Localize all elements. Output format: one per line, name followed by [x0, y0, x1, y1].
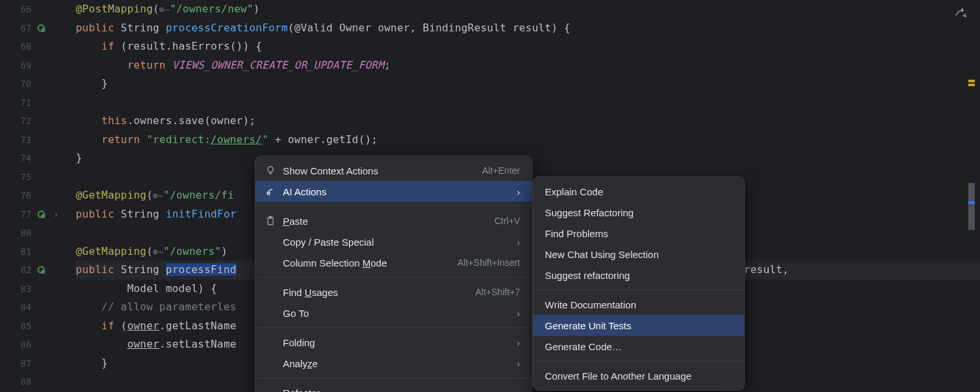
gutter-line: 86 — [0, 335, 47, 354]
shortcut-label: Alt+Shift+Insert — [457, 257, 520, 268]
svg-point-9 — [267, 192, 270, 195]
gutter-line: 70 — [0, 74, 47, 93]
submenu-item-explain-code[interactable]: Explain Code — [533, 181, 744, 202]
submenu-item-generate-unit-tests[interactable]: Generate Unit Tests — [533, 315, 744, 336]
menu-label: AI Actions — [283, 186, 509, 197]
menu-separator — [533, 289, 744, 290]
menu-label: Paste — [283, 216, 495, 227]
menu-item-copy-paste-special[interactable]: Copy / Paste Special› — [255, 231, 532, 252]
web-icon[interactable] — [35, 264, 47, 276]
gutter-line: 74 — [0, 149, 47, 168]
menu-item-folding[interactable]: Folding› — [255, 332, 532, 353]
shortcut-label: Alt+Shift+7 — [476, 287, 521, 297]
bulb-icon — [263, 165, 278, 176]
gutter-line: 75 — [0, 168, 47, 187]
clipboard-icon — [263, 216, 278, 226]
gutter-line: 67 — [0, 19, 47, 38]
menu-item-ai-actions[interactable]: AI Actions› — [255, 181, 532, 202]
menu-label: Find Usages — [283, 287, 476, 298]
gutter-line: 76 — [0, 186, 47, 205]
scroll-mark[interactable] — [968, 183, 975, 230]
menu-label: Refactor — [283, 387, 509, 393]
submenu-item-generate-code[interactable]: Generate Code… — [533, 336, 744, 357]
menu-item-refactor[interactable]: Refactor› — [255, 382, 532, 392]
gutter-line: 69 — [0, 56, 47, 75]
gutter-line: 88 — [0, 372, 47, 391]
svg-point-2 — [41, 28, 45, 32]
ai-assistant-icon[interactable] — [954, 5, 968, 22]
shortcut-label: Alt+Enter — [482, 165, 520, 176]
gutter-line: 73 — [0, 131, 47, 150]
web-icon[interactable] — [35, 22, 47, 34]
menu-separator — [255, 327, 532, 328]
gutter-line: 84 — [0, 298, 47, 317]
submenu-item-suggest-refactoring[interactable]: Suggest Refactoring — [533, 202, 744, 223]
gutter-line: 77› — [0, 205, 47, 224]
svg-point-5 — [41, 214, 45, 218]
gutter: 666768697071727374757677›808182838485868… — [0, 0, 52, 392]
submenu-item-write-documentation[interactable]: Write Documentation — [533, 294, 744, 315]
chevron-right-icon: › — [517, 358, 520, 369]
code-line[interactable]: @PostMapping(⊕~"/owners/new") — [76, 0, 980, 19]
menu-label: Folding — [283, 337, 509, 348]
submenu-item-find-problems[interactable]: Find Problems — [533, 223, 744, 244]
gutter-line: 87 — [0, 354, 47, 373]
gutter-line: 81 — [0, 242, 47, 261]
menu-item-find-usages[interactable]: Find UsagesAlt+Shift+7 — [255, 282, 532, 302]
svg-point-8 — [41, 270, 45, 274]
menu-item-column-selection-mode[interactable]: Column Selection ModeAlt+Shift+Insert — [255, 252, 532, 273]
submenu-item-suggest-refactoring[interactable]: Suggest refactoring — [533, 265, 744, 286]
gutter-line: 66 — [0, 0, 47, 19]
gutter-line: 80 — [0, 223, 47, 242]
menu-label: Go To — [283, 308, 509, 319]
menu-separator — [255, 277, 532, 278]
gutter-line: 85 — [0, 317, 47, 336]
code-line[interactable]: if (result.hasErrors()) { — [76, 37, 980, 56]
menu-separator — [255, 378, 532, 378]
scroll-mark[interactable] — [968, 80, 975, 82]
menu-label: Find Problems — [545, 228, 732, 239]
submenu-item-new-chat-using-selection[interactable]: New Chat Using Selection — [533, 244, 744, 265]
scrollbar[interactable] — [967, 0, 976, 392]
chevron-right-icon: › — [517, 387, 520, 393]
ai-icon — [263, 186, 278, 197]
menu-label: Generate Code… — [545, 341, 732, 352]
chevron-right-icon: › — [517, 237, 520, 248]
menu-label: Suggest Refactoring — [545, 207, 732, 218]
chevron-right-icon: › — [517, 337, 520, 348]
context-menu: Show Context ActionsAlt+EnterAI Actions›… — [255, 155, 532, 392]
menu-label: Copy / Paste Special — [283, 237, 509, 248]
code-line[interactable]: public String processCreationForm(@Valid… — [76, 19, 980, 38]
chevron-right-icon: › — [517, 186, 520, 197]
gutter-line: 72 — [0, 112, 47, 131]
chevron-right-icon: › — [517, 308, 520, 319]
menu-label: Write Documentation — [545, 299, 732, 310]
code-line[interactable]: this.owners.save(owner); — [76, 112, 980, 131]
menu-item-show-context-actions[interactable]: Show Context ActionsAlt+Enter — [255, 160, 532, 181]
code-line[interactable]: } — [76, 74, 980, 93]
menu-label: Column Selection Mode — [283, 257, 457, 269]
menu-label: Analyze — [283, 358, 509, 369]
code-line[interactable]: return VIEWS_OWNER_CREATE_OR_UPDATE_FORM… — [76, 56, 980, 75]
gutter-line: 82 — [0, 261, 47, 280]
menu-label: Explain Code — [545, 186, 732, 197]
scroll-mark[interactable] — [968, 201, 975, 204]
menu-item-analyze[interactable]: Analyze› — [255, 353, 532, 374]
gutter-line: 71 — [0, 93, 47, 112]
scroll-mark[interactable] — [968, 84, 975, 86]
menu-label: New Chat Using Selection — [545, 249, 732, 260]
gutter-line: 68 — [0, 37, 47, 56]
submenu-item-convert-file-to-another-language[interactable]: Convert File to Another Language — [533, 365, 744, 386]
menu-label: Show Context Actions — [283, 165, 482, 176]
web-icon[interactable] — [35, 208, 47, 220]
menu-item-go-to[interactable]: Go To› — [255, 302, 532, 323]
menu-label: Generate Unit Tests — [545, 320, 732, 331]
ai-actions-submenu: Explain CodeSuggest RefactoringFind Prob… — [532, 176, 745, 391]
code-line[interactable]: return "redirect:/owners/" + owner.getId… — [76, 131, 980, 150]
menu-item-paste[interactable]: PasteCtrl+V — [255, 210, 532, 231]
menu-label: Suggest refactoring — [545, 270, 732, 281]
code-line[interactable] — [76, 93, 980, 112]
menu-separator — [533, 361, 744, 361]
shortcut-label: Ctrl+V — [495, 216, 520, 226]
gutter-line: 83 — [0, 280, 47, 299]
